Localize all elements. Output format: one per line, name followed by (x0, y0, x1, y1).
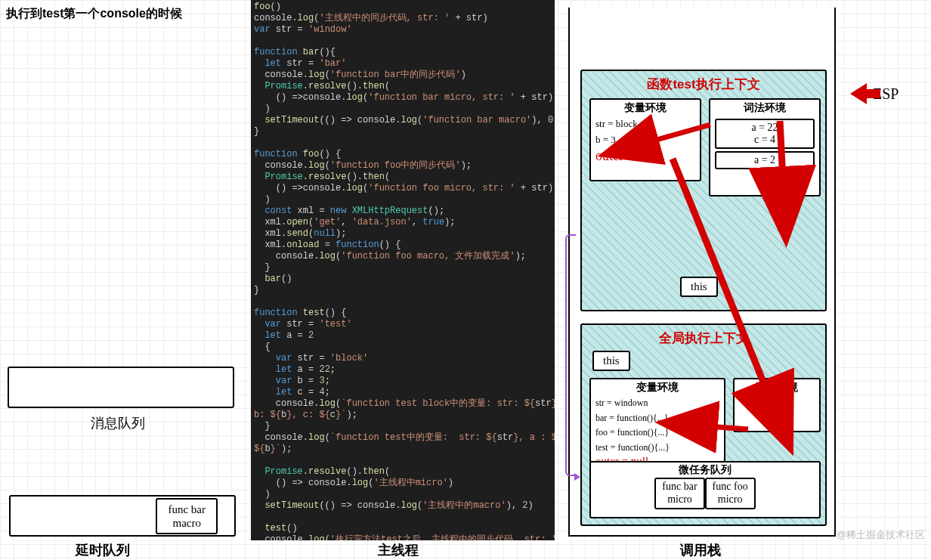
delay-queue-label: 延时队列 (76, 541, 130, 559)
test-ctx-title: 函数test执行上下文 (582, 71, 825, 97)
message-queue-box (8, 367, 234, 408)
lex-b0-l1: c = 4 (721, 134, 809, 146)
gv-l3: test = function(){...} (591, 441, 724, 456)
test-lex-env: 词法环境 a = 22 c = 4 a = 2 (709, 98, 821, 196)
gv-l0: str = windown (591, 396, 724, 411)
esp-pointer: ESP (850, 83, 899, 104)
global-var-env: 变量环境 str = windown bar = function(){...}… (589, 378, 725, 463)
test-lex-env-title: 词法环境 (710, 100, 819, 116)
code-panel: foo() console.log('主线程中的同步代码, str: ' + s… (251, 0, 555, 540)
test-outer-label: outer (591, 148, 700, 164)
lex-b0-l0: a = 22 (721, 122, 809, 134)
watermark: @稀土掘金技术社区 (837, 528, 925, 542)
delay-item-line1: func bar (168, 503, 206, 516)
global-lex-env: 词法环境 (733, 378, 821, 432)
lex-b1-l0: a = 2 (721, 154, 809, 166)
diagram-title: 执行到test第一个console的时候 (6, 6, 182, 22)
test-var-line0: str = block (591, 116, 700, 132)
lex-block-1: a = 2 (715, 151, 815, 169)
message-queue-label: 消息队列 (91, 414, 145, 432)
main-thread-label: 主线程 (378, 541, 419, 559)
test-this-box: this (680, 277, 718, 297)
mt1-l1: func foo (713, 481, 748, 493)
test-var-env-title: 变量环境 (591, 100, 700, 116)
test-var-env: 变量环境 str = block b = 3 outer (589, 98, 701, 181)
global-ctx-title: 全局执行上下文 (582, 325, 825, 351)
left-column: 执行到test第一个console的时候 消息队列 func bar macro… (0, 0, 249, 560)
test-execution-context: 函数test执行上下文 变量环境 str = block b = 3 outer… (580, 70, 827, 311)
global-execution-context: 全局执行上下文 this 变量环境 str = windown bar = fu… (580, 323, 827, 526)
gv-l1: bar = function(){...} (591, 411, 724, 426)
mt1-l2: micro (713, 493, 748, 506)
microtask-item-1: func foo micro (705, 478, 756, 509)
microtask-item-0: func bar micro (654, 478, 704, 509)
microtask-title: 微任务队列 (591, 463, 819, 478)
global-lex-env-title: 词法环境 (735, 379, 819, 396)
outer-link-arrowhead-icon (574, 473, 580, 481)
esp-arrow-icon (850, 83, 867, 104)
delay-item-line2: macro (168, 516, 206, 530)
call-stack-column: 函数test执行上下文 变量环境 str = block b = 3 outer… (559, 0, 845, 560)
outer-link-line (565, 234, 576, 476)
test-var-line1: b = 3 (591, 132, 700, 148)
global-this-box: this (592, 351, 630, 371)
call-stack-frame: 函数test执行上下文 变量环境 str = block b = 3 outer… (568, 8, 836, 537)
global-var-env-title: 变量环境 (591, 379, 724, 396)
mt0-l2: micro (662, 493, 697, 506)
delay-queue-box: func bar macro (9, 495, 236, 537)
mt0-l1: func bar (662, 481, 697, 493)
delay-queue-item: func bar macro (156, 498, 218, 534)
gv-l2: foo = function(){...} (591, 425, 724, 441)
lex-block-0: a = 22 c = 4 (715, 119, 815, 149)
microtask-queue: 微任务队列 func bar micro func foo micro (589, 461, 821, 518)
call-stack-label: 调用栈 (680, 541, 721, 559)
